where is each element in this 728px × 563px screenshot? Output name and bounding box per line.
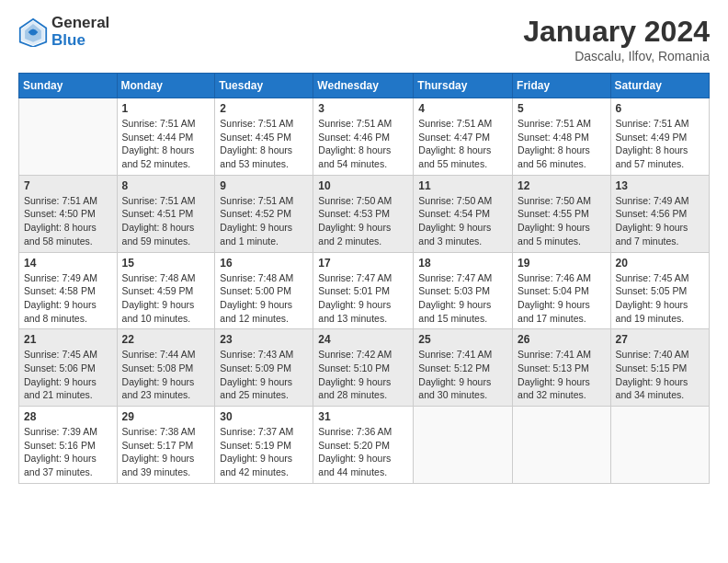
day-number: 28 — [24, 410, 112, 423]
day-number: 12 — [518, 179, 606, 192]
day-info: Sunrise: 7:51 AMSunset: 4:48 PMDaylight:… — [518, 117, 606, 171]
page: General Blue January 2024 Dascalu, Ilfov… — [0, 0, 728, 563]
day-info: Sunrise: 7:51 AMSunset: 4:44 PMDaylight:… — [122, 117, 210, 171]
day-number: 7 — [24, 179, 112, 192]
title-block: January 2024 Dascalu, Ilfov, Romania — [523, 15, 710, 63]
calendar-cell: 1Sunrise: 7:51 AMSunset: 4:44 PMDaylight… — [117, 98, 215, 176]
day-info: Sunrise: 7:49 AMSunset: 4:56 PMDaylight:… — [616, 194, 704, 248]
calendar-cell: 7Sunrise: 7:51 AMSunset: 4:50 PMDaylight… — [19, 175, 118, 252]
day-info: Sunrise: 7:37 AMSunset: 5:19 PMDaylight:… — [220, 425, 308, 479]
logo-icon — [18, 17, 48, 47]
calendar-cell: 18Sunrise: 7:47 AMSunset: 5:03 PMDayligh… — [414, 252, 513, 329]
day-info: Sunrise: 7:48 AMSunset: 4:59 PMDaylight:… — [122, 271, 210, 326]
calendar-cell: 11Sunrise: 7:50 AMSunset: 4:54 PMDayligh… — [414, 175, 513, 252]
calendar-cell: 6Sunrise: 7:51 AMSunset: 4:49 PMDaylight… — [610, 98, 709, 176]
calendar-cell: 15Sunrise: 7:48 AMSunset: 4:59 PMDayligh… — [117, 252, 215, 329]
calendar-cell: 23Sunrise: 7:43 AMSunset: 5:09 PMDayligh… — [215, 329, 313, 407]
day-number: 9 — [220, 179, 308, 192]
day-number: 8 — [122, 179, 210, 192]
calendar-week-row: 1Sunrise: 7:51 AMSunset: 4:44 PMDaylight… — [19, 98, 710, 176]
day-number: 11 — [418, 179, 507, 192]
calendar-cell: 21Sunrise: 7:45 AMSunset: 5:06 PMDayligh… — [19, 329, 118, 407]
day-info: Sunrise: 7:48 AMSunset: 5:00 PMDaylight:… — [220, 271, 308, 326]
day-info: Sunrise: 7:42 AMSunset: 5:10 PMDaylight:… — [318, 348, 408, 402]
calendar-cell — [19, 98, 118, 176]
day-number: 31 — [318, 410, 408, 423]
day-info: Sunrise: 7:36 AMSunset: 5:20 PMDaylight:… — [318, 425, 408, 479]
day-info: Sunrise: 7:47 AMSunset: 5:01 PMDaylight:… — [318, 271, 408, 326]
day-info: Sunrise: 7:45 AMSunset: 5:06 PMDaylight:… — [24, 348, 112, 402]
day-info: Sunrise: 7:49 AMSunset: 4:58 PMDaylight:… — [24, 271, 112, 326]
day-info: Sunrise: 7:40 AMSunset: 5:15 PMDaylight:… — [616, 348, 704, 402]
logo-text: General Blue — [51, 15, 109, 49]
calendar-cell: 4Sunrise: 7:51 AMSunset: 4:47 PMDaylight… — [414, 98, 513, 176]
calendar-cell: 26Sunrise: 7:41 AMSunset: 5:13 PMDayligh… — [513, 329, 611, 407]
day-number: 21 — [24, 333, 112, 346]
day-number: 30 — [220, 410, 308, 423]
calendar-cell: 12Sunrise: 7:50 AMSunset: 4:55 PMDayligh… — [513, 175, 611, 252]
day-number: 27 — [616, 333, 704, 346]
day-number: 2 — [220, 102, 308, 115]
calendar-cell: 29Sunrise: 7:38 AMSunset: 5:17 PMDayligh… — [117, 407, 215, 484]
logo: General Blue — [18, 15, 109, 49]
day-number: 17 — [318, 257, 408, 270]
calendar-cell: 13Sunrise: 7:49 AMSunset: 4:56 PMDayligh… — [610, 175, 709, 252]
day-info: Sunrise: 7:50 AMSunset: 4:53 PMDaylight:… — [318, 194, 408, 248]
calendar-cell: 3Sunrise: 7:51 AMSunset: 4:46 PMDaylight… — [313, 98, 414, 176]
calendar-week-row: 28Sunrise: 7:39 AMSunset: 5:16 PMDayligh… — [19, 407, 710, 484]
day-number: 5 — [518, 102, 606, 115]
calendar-cell — [414, 407, 513, 484]
day-number: 22 — [122, 333, 210, 346]
day-info: Sunrise: 7:50 AMSunset: 4:54 PMDaylight:… — [418, 194, 507, 248]
weekday-header-thursday: Thursday — [414, 74, 513, 98]
day-number: 23 — [220, 333, 308, 346]
day-info: Sunrise: 7:51 AMSunset: 4:52 PMDaylight:… — [220, 194, 308, 248]
calendar-cell: 17Sunrise: 7:47 AMSunset: 5:01 PMDayligh… — [313, 252, 414, 329]
weekday-header-saturday: Saturday — [610, 74, 709, 98]
calendar-cell: 14Sunrise: 7:49 AMSunset: 4:58 PMDayligh… — [19, 252, 118, 329]
logo-general: General — [51, 15, 109, 32]
day-number: 24 — [318, 333, 408, 346]
day-number: 3 — [318, 102, 408, 115]
calendar-cell — [610, 407, 709, 484]
day-number: 13 — [616, 179, 704, 192]
weekday-header-tuesday: Tuesday — [215, 74, 313, 98]
day-info: Sunrise: 7:51 AMSunset: 4:50 PMDaylight:… — [24, 194, 112, 248]
day-number: 16 — [220, 257, 308, 270]
day-number: 18 — [418, 257, 507, 270]
weekday-header-row: SundayMondayTuesdayWednesdayThursdayFrid… — [19, 74, 710, 98]
day-info: Sunrise: 7:47 AMSunset: 5:03 PMDaylight:… — [418, 271, 507, 326]
calendar-cell — [513, 407, 611, 484]
day-number: 29 — [122, 410, 210, 423]
calendar-week-row: 21Sunrise: 7:45 AMSunset: 5:06 PMDayligh… — [19, 329, 710, 407]
day-number: 10 — [318, 179, 408, 192]
day-number: 14 — [24, 257, 112, 270]
day-info: Sunrise: 7:41 AMSunset: 5:12 PMDaylight:… — [418, 348, 507, 402]
day-info: Sunrise: 7:38 AMSunset: 5:17 PMDaylight:… — [122, 425, 210, 479]
calendar-week-row: 7Sunrise: 7:51 AMSunset: 4:50 PMDaylight… — [19, 175, 710, 252]
calendar-cell: 19Sunrise: 7:46 AMSunset: 5:04 PMDayligh… — [513, 252, 611, 329]
day-info: Sunrise: 7:46 AMSunset: 5:04 PMDaylight:… — [518, 271, 606, 326]
calendar-table: SundayMondayTuesdayWednesdayThursdayFrid… — [18, 73, 710, 484]
day-number: 19 — [518, 257, 606, 270]
day-info: Sunrise: 7:51 AMSunset: 4:51 PMDaylight:… — [122, 194, 210, 248]
calendar-cell: 28Sunrise: 7:39 AMSunset: 5:16 PMDayligh… — [19, 407, 118, 484]
location: Dascalu, Ilfov, Romania — [523, 49, 710, 63]
weekday-header-wednesday: Wednesday — [313, 74, 414, 98]
day-info: Sunrise: 7:44 AMSunset: 5:08 PMDaylight:… — [122, 348, 210, 402]
calendar-cell: 5Sunrise: 7:51 AMSunset: 4:48 PMDaylight… — [513, 98, 611, 176]
calendar-cell: 27Sunrise: 7:40 AMSunset: 5:15 PMDayligh… — [610, 329, 709, 407]
day-info: Sunrise: 7:39 AMSunset: 5:16 PMDaylight:… — [24, 425, 112, 479]
calendar-cell: 16Sunrise: 7:48 AMSunset: 5:00 PMDayligh… — [215, 252, 313, 329]
calendar-cell: 20Sunrise: 7:45 AMSunset: 5:05 PMDayligh… — [610, 252, 709, 329]
day-info: Sunrise: 7:51 AMSunset: 4:46 PMDaylight:… — [318, 117, 408, 171]
day-number: 15 — [122, 257, 210, 270]
calendar-cell: 2Sunrise: 7:51 AMSunset: 4:45 PMDaylight… — [215, 98, 313, 176]
calendar-cell: 24Sunrise: 7:42 AMSunset: 5:10 PMDayligh… — [313, 329, 414, 407]
day-info: Sunrise: 7:43 AMSunset: 5:09 PMDaylight:… — [220, 348, 308, 402]
logo-blue: Blue — [51, 32, 109, 50]
calendar-week-row: 14Sunrise: 7:49 AMSunset: 4:58 PMDayligh… — [19, 252, 710, 329]
weekday-header-friday: Friday — [513, 74, 611, 98]
day-number: 6 — [616, 102, 704, 115]
day-info: Sunrise: 7:45 AMSunset: 5:05 PMDaylight:… — [616, 271, 704, 326]
